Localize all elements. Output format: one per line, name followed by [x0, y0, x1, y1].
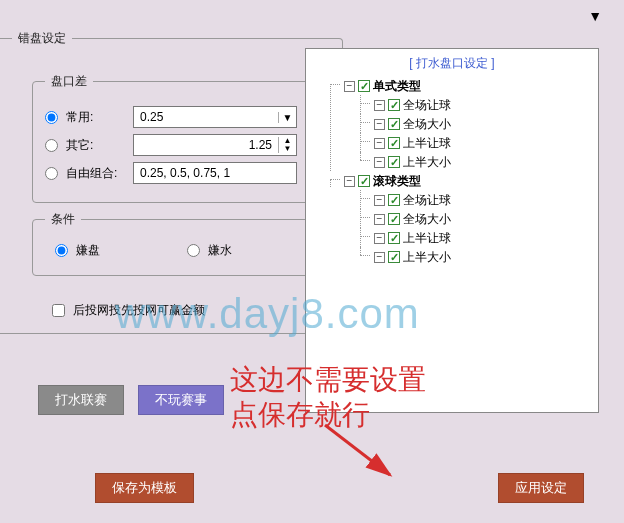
radio-common[interactable]: 常用: [45, 109, 127, 126]
collapse-icon[interactable]: − [374, 157, 385, 168]
left-panel: 错盘设定 盘口差 常用: ▼ 其它: [0, 30, 295, 334]
checkbox-icon[interactable]: ✓ [388, 156, 400, 168]
post-net-label: 后投网投先投网可赢金额 [73, 302, 205, 319]
collapse-icon[interactable]: − [374, 233, 385, 244]
checkbox-icon[interactable]: ✓ [358, 175, 370, 187]
cond-fieldset: 条件 嫌盘 嫌水 [32, 211, 310, 276]
tree-item[interactable]: −✓上半让球 [374, 134, 451, 152]
tree-item[interactable]: −✓全场让球 [374, 191, 451, 209]
post-net-checkbox[interactable] [52, 304, 65, 317]
radio-free-label: 自由组合: [66, 165, 117, 182]
skip-button[interactable]: 不玩赛事 [138, 385, 224, 415]
collapse-icon[interactable]: − [374, 100, 385, 111]
checkbox-icon[interactable]: ✓ [388, 194, 400, 206]
radio-pan-input[interactable] [55, 244, 68, 257]
radio-free-input[interactable] [45, 167, 58, 180]
tree-group-2-label: 滚球类型 [373, 172, 421, 190]
radio-common-label: 常用: [66, 109, 93, 126]
tree: − ✓ 单式类型 −✓全场让球 −✓全场大小 −✓上半让球 −✓上半大小 − ✓… [306, 76, 598, 266]
cond-title: 条件 [45, 211, 81, 228]
collapse-icon[interactable]: − [374, 214, 385, 225]
collapse-icon[interactable]: − [374, 252, 385, 263]
collapse-icon[interactable]: − [374, 119, 385, 130]
wrong-title: 错盘设定 [12, 30, 72, 47]
radio-water[interactable]: 嫌水 [187, 242, 269, 259]
checkbox-icon[interactable]: ✓ [388, 137, 400, 149]
tree-item[interactable]: −✓全场大小 [374, 115, 451, 133]
tree-item[interactable]: −✓上半大小 [374, 153, 451, 171]
radio-other-label: 其它: [66, 137, 93, 154]
match-button[interactable]: 打水联赛 [38, 385, 124, 415]
save-template-button[interactable]: 保存为模板 [95, 473, 194, 503]
wrong-fieldset: 错盘设定 盘口差 常用: ▼ 其它: [0, 30, 343, 334]
collapse-icon[interactable]: − [344, 176, 355, 187]
collapse-icon[interactable]: − [344, 81, 355, 92]
collapse-icon[interactable]: − [374, 195, 385, 206]
tree-item[interactable]: −✓上半大小 [374, 248, 451, 266]
radio-water-label: 嫌水 [208, 242, 232, 259]
dropdown-caret-icon[interactable]: ▼ [588, 8, 602, 24]
common-combo[interactable]: ▼ [133, 106, 297, 128]
tree-item[interactable]: −✓上半让球 [374, 229, 451, 247]
spinner-icon[interactable]: ▲▼ [278, 137, 296, 153]
svg-line-0 [325, 425, 390, 475]
common-value-input[interactable] [134, 108, 278, 126]
tree-group-1[interactable]: − ✓ 单式类型 [344, 77, 421, 95]
radio-pan-label: 嫌盘 [76, 242, 100, 259]
checkbox-icon[interactable]: ✓ [388, 118, 400, 130]
checkbox-icon[interactable]: ✓ [388, 99, 400, 111]
free-value-input[interactable] [133, 162, 297, 184]
radio-common-input[interactable] [45, 111, 58, 124]
tree-item[interactable]: −✓全场让球 [374, 96, 451, 114]
apply-settings-button[interactable]: 应用设定 [498, 473, 584, 503]
radio-other-input[interactable] [45, 139, 58, 152]
other-spinner[interactable]: ▲▼ [133, 134, 297, 156]
checkbox-icon[interactable]: ✓ [388, 251, 400, 263]
tree-item[interactable]: −✓全场大小 [374, 210, 451, 228]
tree-group-1-label: 单式类型 [373, 77, 421, 95]
collapse-icon[interactable]: − [374, 138, 385, 149]
tree-group-2[interactable]: − ✓ 滚球类型 [344, 172, 421, 190]
action-buttons: 打水联赛 不玩赛事 [38, 385, 224, 415]
checkbox-icon[interactable]: ✓ [388, 213, 400, 225]
diff-title: 盘口差 [45, 73, 93, 90]
tree-panel: [ 打水盘口设定 ] − ✓ 单式类型 −✓全场让球 −✓全场大小 −✓上半让球… [305, 48, 599, 413]
checkbox-icon[interactable]: ✓ [388, 232, 400, 244]
radio-water-input[interactable] [187, 244, 200, 257]
radio-free[interactable]: 自由组合: [45, 165, 127, 182]
radio-other[interactable]: 其它: [45, 137, 127, 154]
checkbox-icon[interactable]: ✓ [358, 80, 370, 92]
bottom-buttons: 保存为模板 应用设定 [0, 473, 624, 503]
radio-pan[interactable]: 嫌盘 [55, 242, 137, 259]
diff-fieldset: 盘口差 常用: ▼ 其它: ▲▼ [32, 73, 310, 203]
chevron-down-icon[interactable]: ▼ [278, 112, 296, 123]
tree-title: [ 打水盘口设定 ] [306, 49, 598, 76]
other-value-input[interactable] [134, 136, 278, 154]
